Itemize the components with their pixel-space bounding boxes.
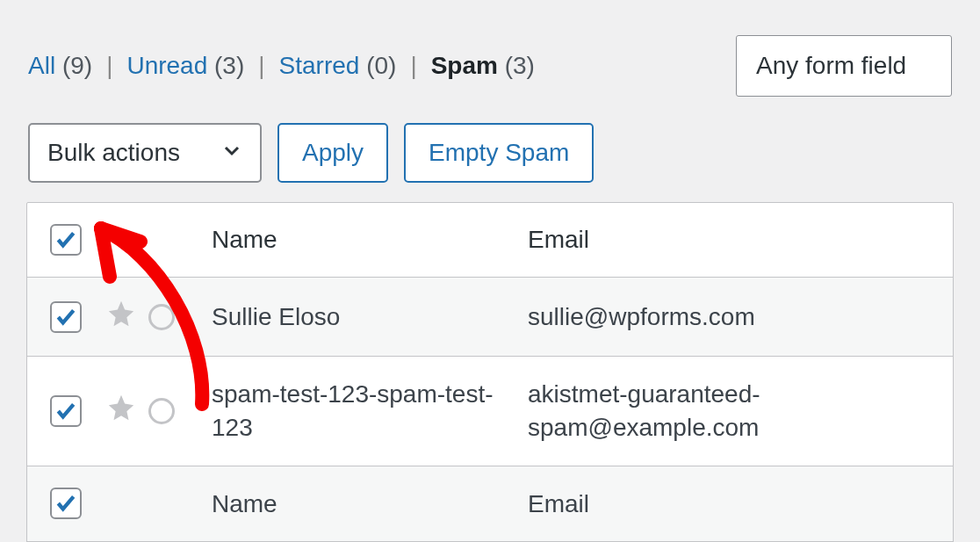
chevron-down-icon (221, 139, 242, 167)
read-status-icon[interactable] (148, 304, 175, 330)
row-checkbox[interactable] (50, 488, 82, 519)
filter-divider: | (106, 52, 112, 80)
star-icon[interactable] (106, 393, 136, 429)
apply-button[interactable]: Apply (277, 123, 388, 183)
column-header-email[interactable]: Email (519, 203, 953, 278)
row-checkbox[interactable] (50, 301, 82, 333)
table-row[interactable]: Sullie Eloso sullie@wpforms.com (27, 278, 953, 357)
filter-starred-label: Starred (279, 52, 360, 79)
entries-table: Name Email Su (26, 202, 954, 542)
row-email: akistmet-guaranteed-spam@example.com (519, 357, 953, 466)
filter-all-count: (9) (62, 52, 92, 79)
star-icon[interactable] (106, 299, 136, 335)
row-name: Name (203, 466, 519, 542)
filter-tabs: All (9) | Unread (3) | Starred (0) | Spa… (28, 52, 535, 80)
read-status-icon[interactable] (148, 398, 175, 424)
row-checkbox[interactable] (50, 395, 82, 427)
table-row[interactable]: Name Email (27, 466, 953, 542)
filter-unread-label: Unread (126, 52, 207, 79)
select-all-checkbox[interactable] (50, 224, 82, 256)
search-input[interactable] (736, 35, 952, 97)
filter-unread[interactable]: Unread (3) (126, 52, 244, 80)
row-email: Email (519, 466, 953, 542)
filter-spam[interactable]: Spam (3) (431, 52, 535, 80)
filter-unread-count: (3) (214, 52, 244, 79)
filter-all[interactable]: All (9) (28, 52, 92, 80)
filter-divider: | (258, 52, 264, 80)
empty-spam-button[interactable]: Empty Spam (404, 123, 594, 183)
table-row[interactable]: spam-test-123-spam-test-123 akistmet-gua… (27, 357, 953, 466)
row-name: Sullie Eloso (203, 278, 519, 357)
column-header-name[interactable]: Name (203, 203, 519, 278)
filter-spam-count: (3) (505, 52, 535, 79)
bulk-actions-select[interactable]: Bulk actions (28, 123, 262, 183)
filter-spam-label: Spam (431, 52, 498, 79)
row-email: sullie@wpforms.com (519, 278, 953, 357)
filter-starred-count: (0) (366, 52, 396, 79)
row-name: spam-test-123-spam-test-123 (203, 357, 519, 466)
filter-divider: | (410, 52, 416, 80)
filter-starred[interactable]: Starred (0) (279, 52, 397, 80)
filter-all-label: All (28, 52, 55, 79)
bulk-actions-label: Bulk actions (47, 139, 180, 167)
